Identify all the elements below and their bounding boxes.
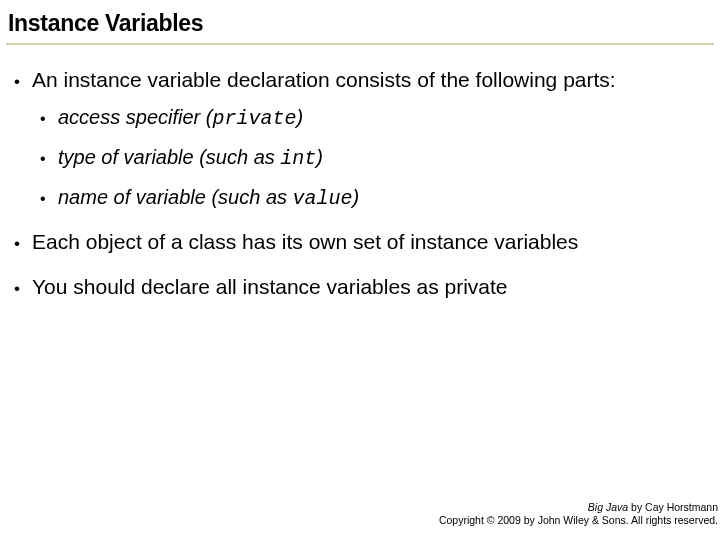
bullet-icon: • [40,150,58,168]
list-row: • You should declare all instance variab… [14,274,706,300]
code-text: value [293,187,353,210]
bullet-icon: • [40,190,58,208]
list-item: • name of variable (such as value) [40,185,706,211]
slide-title: Instance Variables [6,6,714,45]
bullet-list: • An instance variable declaration consi… [14,67,706,300]
list-item: • Each object of a class has its own set… [14,229,706,255]
slide-body: • An instance variable declaration consi… [0,45,720,300]
list-row: • An instance variable declaration consi… [14,67,706,93]
slide: Instance Variables • An instance variabl… [0,0,720,540]
bullet-text: Each object of a class has its own set o… [32,229,578,255]
text-part: ) [353,186,360,208]
text-part: ) [316,146,323,168]
code-text: int [280,147,316,170]
bullet-text: You should declare all instance variable… [32,274,508,300]
footer-line1: Big Java by Cay Horstmann [439,501,718,515]
list-row: • name of variable (such as value) [40,185,706,211]
list-row: • access specifier (private) [40,105,706,131]
sub-list: • access specifier (private) • type of v… [14,105,706,211]
bullet-icon: • [14,234,32,254]
list-item: • access specifier (private) [40,105,706,131]
bullet-icon: • [40,110,58,128]
book-title: Big Java [588,501,628,513]
text-part: name of variable (such as [58,186,293,208]
list-row: • type of variable (such as int) [40,145,706,171]
list-item: • type of variable (such as int) [40,145,706,171]
list-item: • You should declare all instance variab… [14,274,706,300]
bullet-icon: • [14,279,32,299]
bullet-icon: • [14,72,32,92]
list-item: • An instance variable declaration consi… [14,67,706,211]
bullet-text: access specifier (private) [58,105,303,131]
bullet-text: An instance variable declaration consist… [32,67,616,93]
footer-copyright: Copyright © 2009 by John Wiley & Sons. A… [439,514,718,528]
text-part: ) [297,106,304,128]
code-text: private [213,107,297,130]
text-part: type of variable (such as [58,146,280,168]
footer: Big Java by Cay Horstmann Copyright © 20… [439,501,718,528]
list-row: • Each object of a class has its own set… [14,229,706,255]
bullet-text: type of variable (such as int) [58,145,323,171]
text-part: access specifier ( [58,106,213,128]
bullet-text: name of variable (such as value) [58,185,359,211]
footer-author: by Cay Horstmann [628,501,718,513]
title-wrap: Instance Variables [0,0,720,45]
